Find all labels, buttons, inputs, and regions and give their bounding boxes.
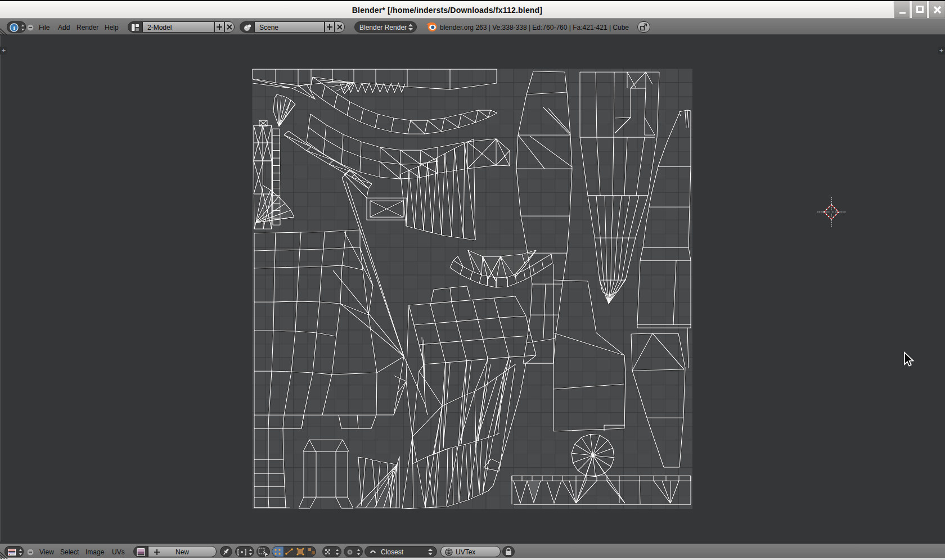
svg-text:i: i <box>13 24 15 31</box>
